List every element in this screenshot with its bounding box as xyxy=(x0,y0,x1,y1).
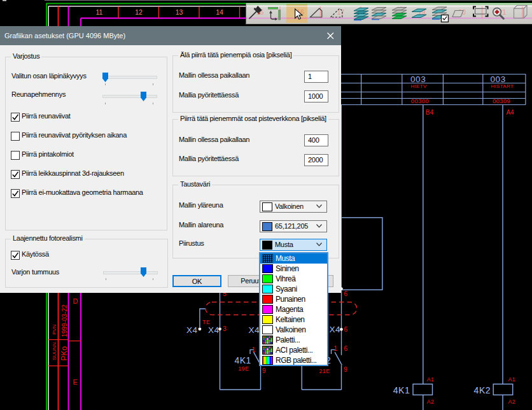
svg-text:A4: A4 xyxy=(506,109,514,116)
svg-text:TE: TE xyxy=(202,319,211,325)
svg-text:B4: B4 xyxy=(426,109,434,116)
svg-text:6: 6 xyxy=(344,290,348,297)
svg-text:14: 14 xyxy=(216,8,223,16)
svg-text:1: 1 xyxy=(333,345,337,352)
svg-text:X4: X4 xyxy=(329,325,340,334)
svg-text:3: 3 xyxy=(223,325,227,332)
svg-text:6: 6 xyxy=(344,345,347,352)
svg-text:SUUNN.: SUUNN. xyxy=(52,341,57,360)
svg-text:12: 12 xyxy=(135,8,143,16)
svg-text:PKo: PKo xyxy=(60,346,69,360)
svg-text:21E: 21E xyxy=(319,368,330,374)
svg-text:4K2: 4K2 xyxy=(474,385,491,395)
svg-text:13: 13 xyxy=(176,8,183,16)
svg-text:003: 003 xyxy=(410,74,426,84)
svg-text:HIETV: HIETV xyxy=(411,83,427,89)
svg-text:PVN: PVN xyxy=(52,324,57,335)
svg-text:A2: A2 xyxy=(427,399,435,405)
svg-text:00309: 00309 xyxy=(493,97,510,104)
svg-text:6: 6 xyxy=(344,326,348,333)
svg-text:4K1: 4K1 xyxy=(393,385,410,395)
svg-text:003: 003 xyxy=(491,74,506,84)
svg-text:E: E xyxy=(73,378,78,386)
svg-text:19E: 19E xyxy=(238,365,249,372)
svg-text:9: 9 xyxy=(262,367,266,374)
svg-text:A2: A2 xyxy=(508,399,515,405)
svg-text:D: D xyxy=(73,297,78,305)
svg-text:00300: 00300 xyxy=(411,97,429,104)
svg-text:HISTART: HISTART xyxy=(491,83,514,89)
svg-text:A1: A1 xyxy=(508,376,515,383)
svg-text:1999-03-22: 1999-03-22 xyxy=(61,304,68,337)
svg-text:X4: X4 xyxy=(186,325,198,335)
svg-text:1: 1 xyxy=(252,346,256,353)
svg-text:A1: A1 xyxy=(427,376,435,383)
svg-text:X4: X4 xyxy=(208,325,220,335)
svg-text:9: 9 xyxy=(344,366,347,373)
svg-text:X4: X4 xyxy=(249,325,260,335)
svg-text:4K1: 4K1 xyxy=(234,355,251,365)
svg-text:11: 11 xyxy=(96,8,103,16)
